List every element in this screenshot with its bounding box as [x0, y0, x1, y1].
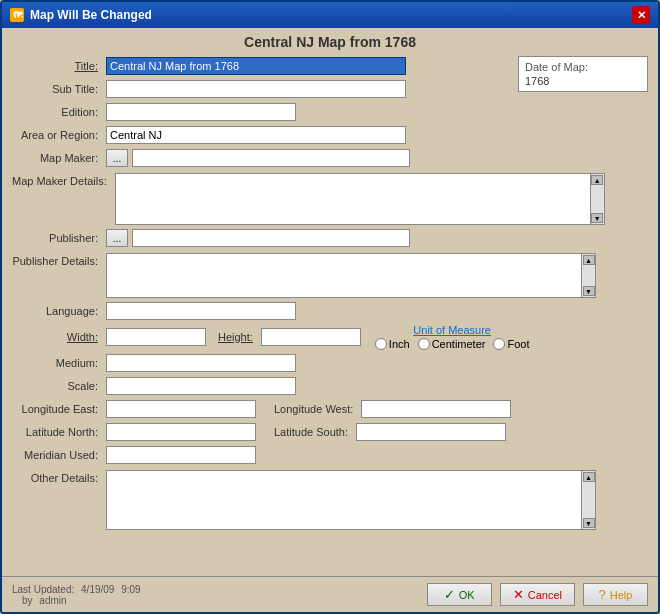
edition-input[interactable]: [106, 103, 296, 121]
bottom-bar: Last Updated: 4/19/09 9:09 by admin ✓ OK…: [2, 576, 658, 612]
meridian-label: Meridian Used:: [12, 449, 102, 461]
meridian-row: Meridian Used:: [12, 445, 648, 465]
latitude-north-input[interactable]: [106, 423, 256, 441]
last-updated-date: 4/19/09: [81, 584, 114, 595]
title-bar: 🗺 Map Will Be Changed ✕: [2, 2, 658, 28]
map-maker-row: Map Maker: ...: [12, 148, 648, 168]
language-input[interactable]: [106, 302, 296, 320]
help-label: Help: [610, 589, 633, 601]
map-maker-details-row: Map Maker Details: ▲ ▼: [12, 173, 648, 225]
longitude-east-input[interactable]: [106, 400, 256, 418]
cancel-button[interactable]: ✕ Cancel: [500, 583, 575, 606]
title-bar-left: 🗺 Map Will Be Changed: [10, 8, 152, 22]
ok-button[interactable]: ✓ OK: [427, 583, 492, 606]
other-details-row: Other Details: ▲ ▼: [12, 470, 648, 530]
publisher-details-input[interactable]: [106, 253, 582, 298]
unit-foot-label: Foot: [507, 338, 529, 350]
meridian-input[interactable]: [106, 446, 256, 464]
width-height-row: Width: Height: Unit of Measure Inch Cent…: [12, 324, 648, 350]
longitude-west-label: Longitude West:: [274, 403, 353, 415]
latitude-north-label: Latitude North:: [12, 426, 102, 438]
unit-foot-radio[interactable]: [493, 338, 505, 350]
window-content: Central NJ Map from 1768 Date of Map: 17…: [2, 28, 658, 576]
other-scroll-down-arrow[interactable]: ▼: [583, 518, 595, 528]
last-updated-by-label: by: [22, 595, 33, 606]
latitude-south-input[interactable]: [356, 423, 506, 441]
height-input[interactable]: [261, 328, 361, 346]
scale-input[interactable]: [106, 377, 296, 395]
map-maker-details-input[interactable]: [115, 173, 591, 225]
unit-inch-option[interactable]: Inch: [375, 338, 410, 350]
publisher-browse-button[interactable]: ...: [106, 229, 128, 247]
longitude-row: Longitude East: Longitude West:: [12, 399, 648, 419]
action-buttons: ✓ OK ✕ Cancel ? Help: [427, 583, 648, 606]
scale-label: Scale:: [12, 380, 102, 392]
area-region-label: Area or Region:: [12, 129, 102, 141]
unit-of-measure-group: Unit of Measure Inch Centimeter Foot: [375, 324, 530, 350]
date-panel: Date of Map: 1768: [518, 56, 648, 92]
publisher-row: Publisher: ...: [12, 228, 648, 248]
width-label: Width:: [12, 331, 102, 343]
cancel-label: Cancel: [528, 589, 562, 601]
last-updated-label: Last Updated:: [12, 584, 74, 595]
scroll-up-arrow[interactable]: ▲: [591, 175, 603, 185]
area-region-input[interactable]: [106, 126, 406, 144]
map-title: Central NJ Map from 1768: [12, 34, 648, 50]
unit-centimeter-radio[interactable]: [418, 338, 430, 350]
map-maker-browse-button[interactable]: ...: [106, 149, 128, 167]
other-details-container: ▲ ▼: [106, 470, 596, 530]
longitude-east-label: Longitude East:: [12, 403, 102, 415]
other-scroll-up-arrow[interactable]: ▲: [583, 472, 595, 482]
map-maker-details-label: Map Maker Details:: [12, 175, 111, 187]
subtitle-input[interactable]: [106, 80, 406, 98]
medium-input[interactable]: [106, 354, 296, 372]
scroll-down-arrow[interactable]: ▼: [591, 213, 603, 223]
window-icon: 🗺: [10, 8, 24, 22]
title-label[interactable]: Title:: [12, 60, 102, 72]
longitude-west-input[interactable]: [361, 400, 511, 418]
area-region-row: Area or Region:: [12, 125, 648, 145]
unit-centimeter-option[interactable]: Centimeter: [418, 338, 486, 350]
map-maker-details-scrollbar[interactable]: ▲ ▼: [591, 173, 605, 225]
subtitle-label: Sub Title:: [12, 83, 102, 95]
pub-scroll-down-arrow[interactable]: ▼: [583, 286, 595, 296]
medium-label: Medium:: [12, 357, 102, 369]
last-updated-user: admin: [39, 595, 66, 606]
publisher-details-label: Publisher Details:: [12, 255, 102, 267]
language-row: Language:: [12, 301, 648, 321]
width-input[interactable]: [106, 328, 206, 346]
latitude-south-label: Latitude South:: [274, 426, 348, 438]
last-updated-section: Last Updated: 4/19/09 9:09 by admin: [12, 584, 141, 606]
other-details-input[interactable]: [106, 470, 582, 530]
edition-label: Edition:: [12, 106, 102, 118]
publisher-details-row: Publisher Details: ▲ ▼: [12, 253, 648, 298]
height-label: Height:: [218, 331, 253, 343]
title-input[interactable]: [106, 57, 406, 75]
ok-icon: ✓: [444, 587, 455, 602]
unit-foot-option[interactable]: Foot: [493, 338, 529, 350]
latitude-row: Latitude North: Latitude South:: [12, 422, 648, 442]
date-of-map-value: 1768: [525, 75, 641, 87]
publisher-details-container: ▲ ▼: [106, 253, 596, 298]
other-details-label: Other Details:: [12, 472, 102, 484]
date-of-map-label: Date of Map:: [525, 61, 641, 73]
ok-label: OK: [459, 589, 475, 601]
close-button[interactable]: ✕: [632, 6, 650, 24]
language-label: Language:: [12, 305, 102, 317]
publisher-label: Publisher:: [12, 232, 102, 244]
map-maker-label: Map Maker:: [12, 152, 102, 164]
publisher-input[interactable]: [132, 229, 410, 247]
unit-inch-label: Inch: [389, 338, 410, 350]
other-details-scrollbar[interactable]: ▲ ▼: [582, 470, 596, 530]
scale-row: Scale:: [12, 376, 648, 396]
main-window: 🗺 Map Will Be Changed ✕ Central NJ Map f…: [0, 0, 660, 614]
map-maker-details-container: ▲ ▼: [115, 173, 605, 225]
publisher-details-scrollbar[interactable]: ▲ ▼: [582, 253, 596, 298]
medium-row: Medium:: [12, 353, 648, 373]
map-maker-input[interactable]: [132, 149, 410, 167]
unit-inch-radio[interactable]: [375, 338, 387, 350]
pub-scroll-up-arrow[interactable]: ▲: [583, 255, 595, 265]
cancel-icon: ✕: [513, 587, 524, 602]
help-button[interactable]: ? Help: [583, 583, 648, 606]
edition-row: Edition:: [12, 102, 648, 122]
